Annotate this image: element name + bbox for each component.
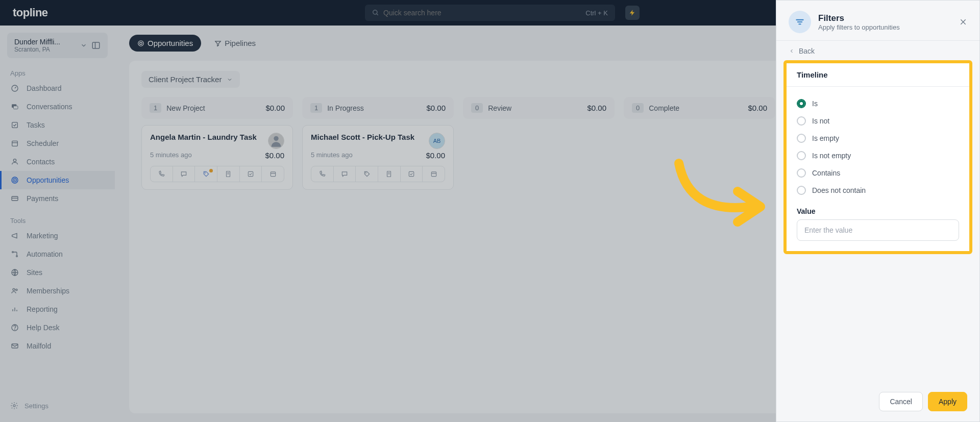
panel-footer: Cancel Apply (776, 382, 979, 421)
value-label: Value (797, 207, 959, 215)
operator-is-empty[interactable]: Is empty (797, 130, 959, 147)
operator-label: Is not (812, 117, 829, 125)
panel-subtitle: Apply filters to opportunities (818, 23, 952, 31)
operator-is-not-empty[interactable]: Is not empty (797, 147, 959, 164)
filter-config-box: Timeline Is Is not Is empty Is not empty… (783, 60, 972, 254)
apply-button[interactable]: Apply (928, 392, 967, 411)
operator-label: Is not empty (812, 152, 851, 160)
chevron-left-icon (789, 48, 795, 54)
radio-icon (797, 134, 806, 143)
operator-label: Does not contain (812, 186, 866, 194)
operator-list: Is Is not Is empty Is not empty Contains… (787, 87, 969, 204)
radio-icon (797, 99, 806, 108)
operator-is[interactable]: Is (797, 95, 959, 112)
panel-title: Filters (818, 13, 952, 23)
operator-label: Contains (812, 169, 840, 177)
radio-icon (797, 186, 806, 195)
filter-icon (789, 11, 811, 33)
back-button[interactable]: Back (776, 40, 979, 60)
close-button[interactable] (959, 18, 967, 26)
operator-contains[interactable]: Contains (797, 164, 959, 182)
operator-does-not-contain[interactable]: Does not contain (797, 182, 959, 199)
filter-field-name: Timeline (787, 63, 969, 87)
filter-panel: Filters Apply filters to opportunities B… (776, 0, 980, 422)
operator-label: Is empty (812, 134, 839, 142)
panel-header: Filters Apply filters to opportunities (776, 1, 979, 40)
radio-icon (797, 168, 806, 178)
back-label: Back (799, 47, 815, 55)
radio-icon (797, 151, 806, 160)
operator-label: Is (812, 100, 818, 108)
modal-overlay[interactable] (0, 0, 776, 422)
radio-icon (797, 116, 806, 126)
operator-is-not[interactable]: Is not (797, 112, 959, 130)
value-input[interactable] (797, 219, 959, 241)
cancel-button[interactable]: Cancel (879, 392, 923, 411)
